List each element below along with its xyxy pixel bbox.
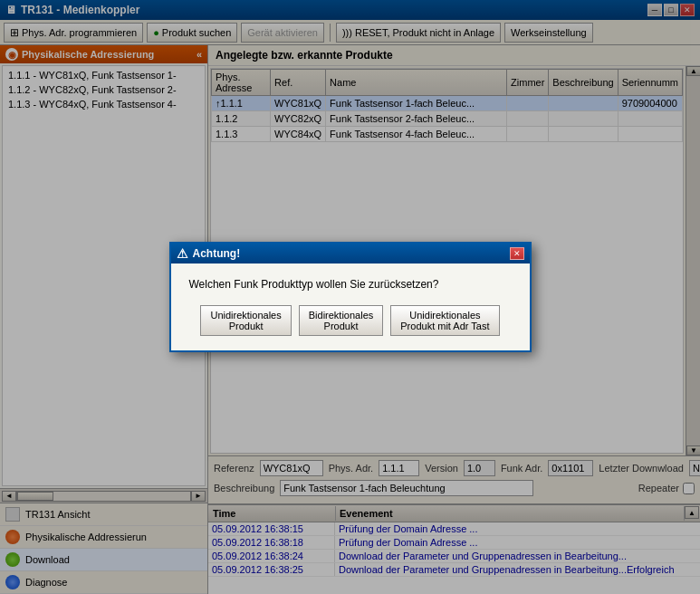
modal-content: Welchen Funk Produkttyp wollen Sie zurüc… bbox=[171, 263, 530, 350]
unidirektional-adr-btn[interactable]: UnidirektionalesProdukt mit Adr Tast bbox=[390, 305, 499, 336]
modal-close-button[interactable]: ✕ bbox=[510, 247, 524, 260]
modal-title-left: ⚠ Achtung! bbox=[177, 246, 241, 261]
modal-overlay: ⚠ Achtung! ✕ Welchen Funk Produkttyp wol… bbox=[0, 0, 700, 594]
modal-question: Welchen Funk Produkttyp wollen Sie zurüc… bbox=[189, 278, 512, 291]
modal-buttons: UnidirektionalesProdukt BidirektionalesP… bbox=[189, 305, 512, 336]
modal-title: Achtung! bbox=[193, 247, 241, 260]
bidirektional-btn[interactable]: BidirektionalesProdukt bbox=[299, 305, 384, 336]
warning-icon: ⚠ bbox=[177, 246, 188, 261]
modal-dialog: ⚠ Achtung! ✕ Welchen Funk Produkttyp wol… bbox=[169, 242, 532, 352]
unidirektional-btn[interactable]: UnidirektionalesProdukt bbox=[200, 305, 291, 336]
modal-titlebar: ⚠ Achtung! ✕ bbox=[171, 244, 530, 263]
